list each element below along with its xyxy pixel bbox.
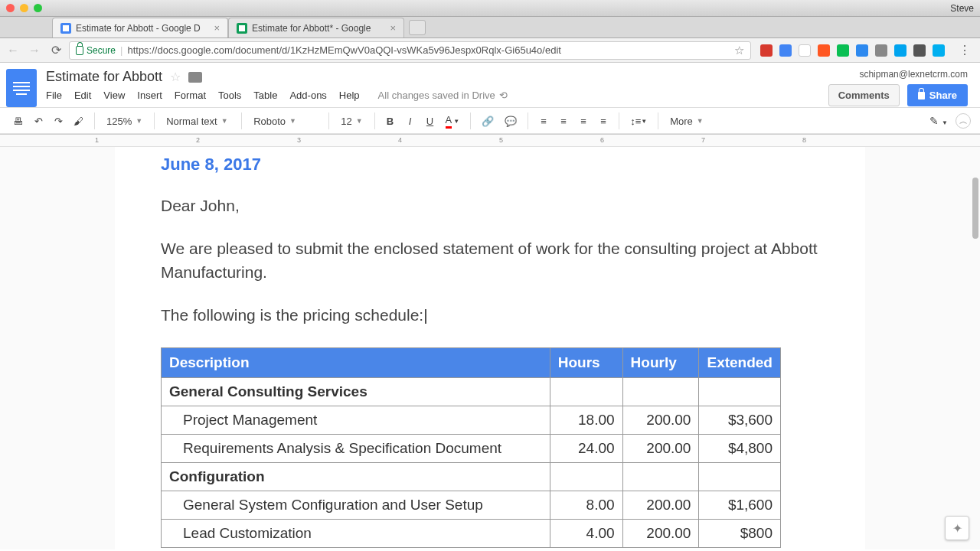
table-row[interactable]: Requirements Analysis & Specification Do…: [162, 434, 781, 462]
menu-tools[interactable]: Tools: [218, 90, 241, 101]
table-cell[interactable]: $1,600: [699, 491, 781, 519]
align-justify-icon[interactable]: ≡: [595, 111, 612, 131]
menu-file[interactable]: File: [46, 90, 62, 101]
table-cell[interactable]: $4,800: [699, 434, 781, 462]
google-docs-logo-icon[interactable]: [6, 69, 37, 107]
table-cell[interactable]: 200.00: [622, 434, 699, 462]
table-cell[interactable]: [699, 377, 781, 406]
menu-help[interactable]: Help: [339, 90, 360, 101]
comments-button[interactable]: Comments: [828, 84, 900, 106]
share-button[interactable]: Share: [907, 84, 968, 106]
table-cell[interactable]: 18.00: [550, 406, 622, 434]
ext-icon[interactable]: [913, 44, 926, 57]
minimize-window-icon[interactable]: [20, 4, 28, 12]
align-left-icon[interactable]: ≡: [535, 111, 552, 131]
table-cell[interactable]: 24.00: [550, 434, 622, 462]
browser-menu-icon[interactable]: ⋮: [954, 43, 975, 57]
table-cell[interactable]: $800: [699, 519, 781, 547]
table-cell[interactable]: [622, 377, 699, 406]
table-cell[interactable]: 200.00: [622, 491, 699, 519]
menu-edit[interactable]: Edit: [74, 90, 91, 101]
document-date[interactable]: June 8, 2017: [161, 155, 819, 174]
ext-icon[interactable]: [933, 44, 945, 57]
document-scroll-area[interactable]: June 8, 2017 Dear John, We are pleased t…: [0, 147, 980, 549]
table-cell[interactable]: Configuration: [162, 462, 550, 491]
schedule-intro-text[interactable]: The following is the pricing schedule:: [161, 304, 819, 327]
menu-format[interactable]: Format: [175, 90, 206, 101]
table-cell[interactable]: Lead Customization: [162, 519, 550, 547]
menu-insert[interactable]: Insert: [137, 90, 162, 101]
zoom-dropdown[interactable]: 125%▼: [102, 116, 147, 127]
table-cell[interactable]: $3,600: [699, 406, 781, 434]
reload-button[interactable]: ⟳: [47, 42, 64, 59]
editing-mode-icon[interactable]: ✎ ▼: [929, 115, 948, 127]
insert-comment-icon[interactable]: 💬: [501, 111, 521, 131]
ext-icon[interactable]: [837, 44, 849, 57]
document-page[interactable]: June 8, 2017 Dear John, We are pleased t…: [115, 147, 865, 549]
url-input[interactable]: Secure | https://docs.google.com/documen…: [69, 41, 751, 60]
close-tab-icon[interactable]: ×: [390, 22, 396, 34]
horizontal-ruler[interactable]: 1 2 3 4 5 6 7 8: [0, 135, 980, 147]
user-email[interactable]: schipman@lexnetcrm.com: [828, 69, 968, 80]
ext-icon[interactable]: [760, 44, 773, 57]
document-title[interactable]: Estimate for Abbott: [46, 69, 162, 85]
star-document-icon[interactable]: ☆: [170, 70, 181, 84]
menu-table[interactable]: Table: [253, 90, 277, 101]
insert-link-icon[interactable]: 🔗: [478, 111, 498, 131]
back-button[interactable]: ←: [5, 42, 21, 59]
table-cell[interactable]: Project Management: [162, 406, 550, 434]
paragraph-style-dropdown[interactable]: Normal text▼: [162, 116, 234, 127]
line-spacing-icon[interactable]: ↕≡▼: [626, 111, 651, 131]
redo-icon[interactable]: ↷: [50, 111, 67, 131]
table-cell[interactable]: 200.00: [622, 519, 699, 547]
ext-icon[interactable]: [856, 44, 868, 57]
close-window-icon[interactable]: [6, 4, 15, 12]
table-cell[interactable]: [550, 377, 622, 406]
close-tab-icon[interactable]: ×: [214, 22, 220, 34]
table-cell[interactable]: 200.00: [622, 406, 699, 434]
ext-icon[interactable]: [779, 44, 792, 57]
hide-menus-icon[interactable]: ︿: [956, 113, 971, 129]
new-tab-button[interactable]: [409, 20, 426, 35]
pricing-table[interactable]: Description Hours Hourly Extended Genera…: [161, 347, 781, 548]
table-cell[interactable]: [622, 462, 699, 491]
ext-icon[interactable]: [894, 44, 906, 57]
paint-format-icon[interactable]: 🖌: [70, 111, 87, 131]
salutation-text[interactable]: Dear John,: [161, 194, 819, 217]
table-cell[interactable]: 8.00: [550, 491, 622, 519]
align-right-icon[interactable]: ≡: [575, 111, 592, 131]
print-icon[interactable]: 🖶: [9, 111, 27, 131]
ext-icon[interactable]: [875, 44, 887, 57]
table-row[interactable]: Configuration: [162, 462, 781, 491]
scrollbar-thumb[interactable]: [972, 178, 978, 239]
explore-button[interactable]: ✦: [945, 516, 969, 540]
underline-button[interactable]: U: [422, 111, 439, 131]
table-cell[interactable]: Requirements Analysis & Specification Do…: [162, 434, 550, 462]
table-cell[interactable]: 4.00: [550, 519, 622, 547]
table-cell[interactable]: General System Configuration and User Se…: [162, 491, 550, 519]
align-center-icon[interactable]: ≡: [555, 111, 572, 131]
maximize-window-icon[interactable]: [34, 4, 42, 12]
undo-icon[interactable]: ↶: [30, 111, 47, 131]
ext-icon[interactable]: [799, 44, 811, 57]
intro-paragraph[interactable]: We are pleased to submit the enclosed st…: [161, 237, 819, 284]
table-cell[interactable]: [550, 462, 622, 491]
italic-button[interactable]: I: [402, 111, 419, 131]
more-toolbar-dropdown[interactable]: More▼: [665, 116, 708, 127]
menu-view[interactable]: View: [103, 90, 125, 101]
font-size-dropdown[interactable]: 12▼: [336, 116, 367, 127]
text-color-button[interactable]: A▼: [442, 111, 464, 131]
table-row[interactable]: Project Management18.00200.00$3,600: [162, 406, 781, 434]
table-row[interactable]: Lead Customization4.00200.00$800: [162, 519, 781, 547]
browser-tab-sheets[interactable]: Estimate for Abbott* - Google ×: [228, 18, 404, 37]
bookmark-star-icon[interactable]: [734, 44, 744, 57]
move-to-folder-icon[interactable]: [188, 72, 202, 83]
forward-button[interactable]: →: [26, 42, 43, 59]
table-cell[interactable]: [699, 462, 781, 491]
bold-button[interactable]: B: [382, 111, 399, 131]
table-row[interactable]: General Consulting Services: [162, 377, 781, 406]
menu-addons[interactable]: Add-ons: [289, 90, 326, 101]
browser-tab-docs[interactable]: Estimate for Abbott - Google D ×: [52, 18, 228, 37]
table-row[interactable]: General System Configuration and User Se…: [162, 491, 781, 519]
ext-icon[interactable]: [818, 44, 830, 57]
